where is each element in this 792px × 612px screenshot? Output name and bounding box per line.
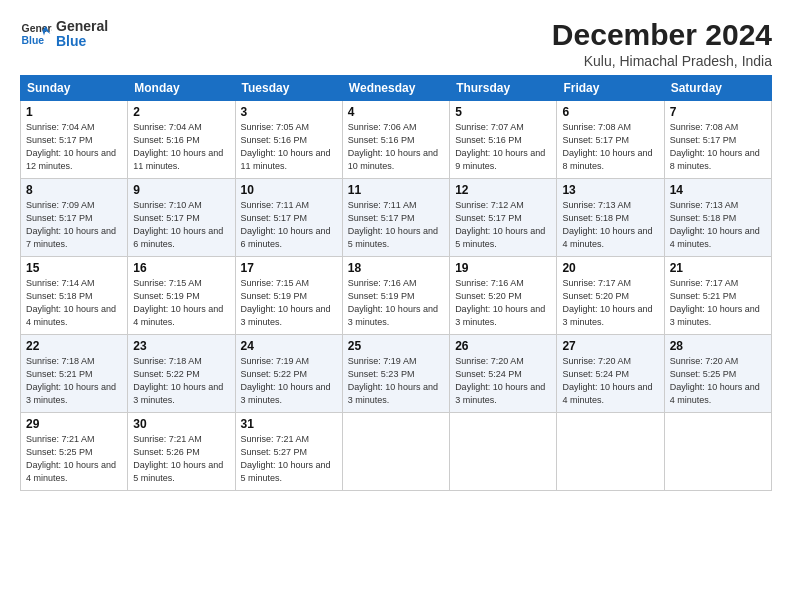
day-info: Sunrise: 7:14 AMSunset: 5:18 PMDaylight:… (26, 277, 122, 329)
day-info: Sunrise: 7:13 AMSunset: 5:18 PMDaylight:… (562, 199, 658, 251)
calendar-cell: 14Sunrise: 7:13 AMSunset: 5:18 PMDayligh… (664, 179, 771, 257)
calendar-header-friday: Friday (557, 76, 664, 101)
day-number: 29 (26, 417, 122, 431)
calendar-cell: 20Sunrise: 7:17 AMSunset: 5:20 PMDayligh… (557, 257, 664, 335)
calendar-header-row: SundayMondayTuesdayWednesdayThursdayFrid… (21, 76, 772, 101)
day-info: Sunrise: 7:15 AMSunset: 5:19 PMDaylight:… (241, 277, 337, 329)
calendar-header-thursday: Thursday (450, 76, 557, 101)
day-number: 18 (348, 261, 444, 275)
day-info: Sunrise: 7:21 AMSunset: 5:27 PMDaylight:… (241, 433, 337, 485)
calendar-cell: 7Sunrise: 7:08 AMSunset: 5:17 PMDaylight… (664, 101, 771, 179)
day-number: 31 (241, 417, 337, 431)
day-info: Sunrise: 7:08 AMSunset: 5:17 PMDaylight:… (562, 121, 658, 173)
day-number: 7 (670, 105, 766, 119)
calendar-cell: 13Sunrise: 7:13 AMSunset: 5:18 PMDayligh… (557, 179, 664, 257)
calendar-cell: 24Sunrise: 7:19 AMSunset: 5:22 PMDayligh… (235, 335, 342, 413)
calendar-week-row-5: 29Sunrise: 7:21 AMSunset: 5:25 PMDayligh… (21, 413, 772, 491)
calendar-cell: 23Sunrise: 7:18 AMSunset: 5:22 PMDayligh… (128, 335, 235, 413)
day-number: 8 (26, 183, 122, 197)
calendar-cell: 16Sunrise: 7:15 AMSunset: 5:19 PMDayligh… (128, 257, 235, 335)
day-number: 2 (133, 105, 229, 119)
day-number: 24 (241, 339, 337, 353)
day-info: Sunrise: 7:11 AMSunset: 5:17 PMDaylight:… (241, 199, 337, 251)
calendar-cell: 9Sunrise: 7:10 AMSunset: 5:17 PMDaylight… (128, 179, 235, 257)
calendar-cell (342, 413, 449, 491)
calendar-week-row-2: 8Sunrise: 7:09 AMSunset: 5:17 PMDaylight… (21, 179, 772, 257)
calendar-table: SundayMondayTuesdayWednesdayThursdayFrid… (20, 75, 772, 491)
day-number: 3 (241, 105, 337, 119)
logo-line2: Blue (56, 34, 108, 49)
day-info: Sunrise: 7:21 AMSunset: 5:25 PMDaylight:… (26, 433, 122, 485)
header: General Blue General Blue December 2024 … (20, 18, 772, 69)
day-number: 9 (133, 183, 229, 197)
day-number: 12 (455, 183, 551, 197)
calendar-cell: 31Sunrise: 7:21 AMSunset: 5:27 PMDayligh… (235, 413, 342, 491)
calendar-cell (450, 413, 557, 491)
day-number: 16 (133, 261, 229, 275)
day-number: 22 (26, 339, 122, 353)
calendar-cell: 12Sunrise: 7:12 AMSunset: 5:17 PMDayligh… (450, 179, 557, 257)
calendar-week-row-4: 22Sunrise: 7:18 AMSunset: 5:21 PMDayligh… (21, 335, 772, 413)
calendar-cell: 8Sunrise: 7:09 AMSunset: 5:17 PMDaylight… (21, 179, 128, 257)
calendar-cell: 6Sunrise: 7:08 AMSunset: 5:17 PMDaylight… (557, 101, 664, 179)
calendar-cell: 10Sunrise: 7:11 AMSunset: 5:17 PMDayligh… (235, 179, 342, 257)
page: General Blue General Blue December 2024 … (0, 0, 792, 612)
day-number: 4 (348, 105, 444, 119)
day-number: 6 (562, 105, 658, 119)
day-info: Sunrise: 7:19 AMSunset: 5:22 PMDaylight:… (241, 355, 337, 407)
day-number: 1 (26, 105, 122, 119)
day-info: Sunrise: 7:17 AMSunset: 5:21 PMDaylight:… (670, 277, 766, 329)
calendar-cell: 5Sunrise: 7:07 AMSunset: 5:16 PMDaylight… (450, 101, 557, 179)
day-info: Sunrise: 7:06 AMSunset: 5:16 PMDaylight:… (348, 121, 444, 173)
calendar-cell (664, 413, 771, 491)
day-info: Sunrise: 7:12 AMSunset: 5:17 PMDaylight:… (455, 199, 551, 251)
calendar-cell: 29Sunrise: 7:21 AMSunset: 5:25 PMDayligh… (21, 413, 128, 491)
day-number: 10 (241, 183, 337, 197)
day-info: Sunrise: 7:19 AMSunset: 5:23 PMDaylight:… (348, 355, 444, 407)
calendar-week-row-1: 1Sunrise: 7:04 AMSunset: 5:17 PMDaylight… (21, 101, 772, 179)
day-info: Sunrise: 7:16 AMSunset: 5:20 PMDaylight:… (455, 277, 551, 329)
location: Kulu, Himachal Pradesh, India (552, 53, 772, 69)
day-number: 15 (26, 261, 122, 275)
day-info: Sunrise: 7:20 AMSunset: 5:24 PMDaylight:… (455, 355, 551, 407)
calendar-cell: 17Sunrise: 7:15 AMSunset: 5:19 PMDayligh… (235, 257, 342, 335)
calendar-cell: 1Sunrise: 7:04 AMSunset: 5:17 PMDaylight… (21, 101, 128, 179)
logo: General Blue General Blue (20, 18, 108, 50)
calendar-cell: 3Sunrise: 7:05 AMSunset: 5:16 PMDaylight… (235, 101, 342, 179)
calendar-cell: 11Sunrise: 7:11 AMSunset: 5:17 PMDayligh… (342, 179, 449, 257)
day-info: Sunrise: 7:18 AMSunset: 5:21 PMDaylight:… (26, 355, 122, 407)
day-info: Sunrise: 7:07 AMSunset: 5:16 PMDaylight:… (455, 121, 551, 173)
calendar-cell: 27Sunrise: 7:20 AMSunset: 5:24 PMDayligh… (557, 335, 664, 413)
day-number: 17 (241, 261, 337, 275)
calendar-cell: 4Sunrise: 7:06 AMSunset: 5:16 PMDaylight… (342, 101, 449, 179)
day-info: Sunrise: 7:15 AMSunset: 5:19 PMDaylight:… (133, 277, 229, 329)
day-info: Sunrise: 7:21 AMSunset: 5:26 PMDaylight:… (133, 433, 229, 485)
day-info: Sunrise: 7:11 AMSunset: 5:17 PMDaylight:… (348, 199, 444, 251)
day-number: 19 (455, 261, 551, 275)
calendar-header-monday: Monday (128, 76, 235, 101)
day-info: Sunrise: 7:13 AMSunset: 5:18 PMDaylight:… (670, 199, 766, 251)
day-number: 30 (133, 417, 229, 431)
day-info: Sunrise: 7:17 AMSunset: 5:20 PMDaylight:… (562, 277, 658, 329)
calendar-cell: 2Sunrise: 7:04 AMSunset: 5:16 PMDaylight… (128, 101, 235, 179)
calendar-week-row-3: 15Sunrise: 7:14 AMSunset: 5:18 PMDayligh… (21, 257, 772, 335)
calendar-cell: 25Sunrise: 7:19 AMSunset: 5:23 PMDayligh… (342, 335, 449, 413)
day-info: Sunrise: 7:09 AMSunset: 5:17 PMDaylight:… (26, 199, 122, 251)
calendar-cell: 21Sunrise: 7:17 AMSunset: 5:21 PMDayligh… (664, 257, 771, 335)
logo-icon: General Blue (20, 18, 52, 50)
day-info: Sunrise: 7:08 AMSunset: 5:17 PMDaylight:… (670, 121, 766, 173)
day-number: 27 (562, 339, 658, 353)
day-number: 21 (670, 261, 766, 275)
calendar-header-wednesday: Wednesday (342, 76, 449, 101)
day-info: Sunrise: 7:18 AMSunset: 5:22 PMDaylight:… (133, 355, 229, 407)
month-title: December 2024 (552, 18, 772, 51)
day-number: 20 (562, 261, 658, 275)
svg-text:Blue: Blue (22, 35, 45, 46)
day-number: 13 (562, 183, 658, 197)
calendar-cell: 19Sunrise: 7:16 AMSunset: 5:20 PMDayligh… (450, 257, 557, 335)
day-number: 23 (133, 339, 229, 353)
calendar-cell: 15Sunrise: 7:14 AMSunset: 5:18 PMDayligh… (21, 257, 128, 335)
day-info: Sunrise: 7:16 AMSunset: 5:19 PMDaylight:… (348, 277, 444, 329)
calendar-cell: 18Sunrise: 7:16 AMSunset: 5:19 PMDayligh… (342, 257, 449, 335)
svg-text:General: General (22, 23, 52, 34)
